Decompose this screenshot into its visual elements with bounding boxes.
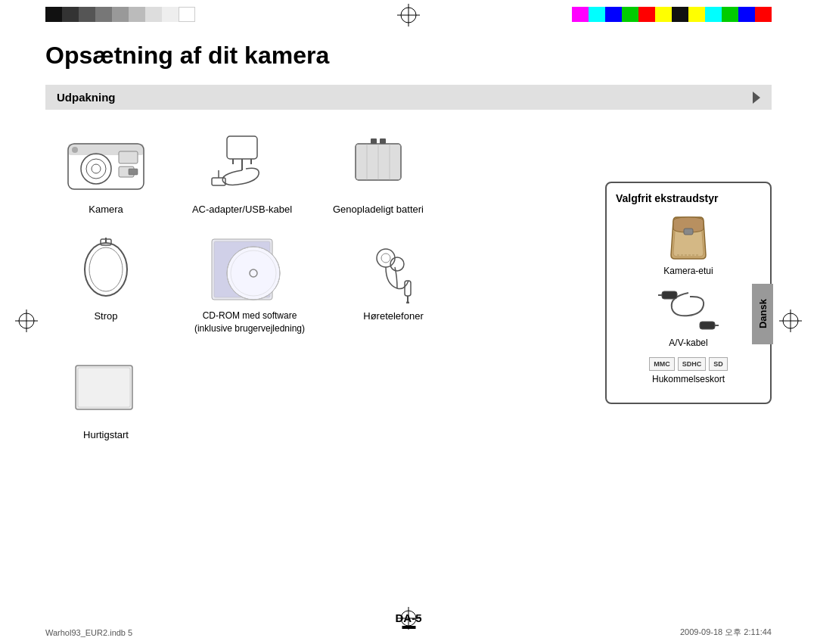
ac-adapter-label: AC-adapter/USB-kabel bbox=[192, 203, 292, 216]
color-block bbox=[638, 7, 655, 22]
footer: Warhol93_EUR2.indb 5 2009-09-18 오후 2:11:… bbox=[45, 627, 772, 638]
page-number: DA-5 bbox=[395, 611, 421, 624]
color-block bbox=[145, 7, 162, 22]
color-block bbox=[738, 7, 755, 22]
items-row-2: Strop bbox=[45, 235, 522, 335]
items-grid: Kamera bbox=[45, 129, 522, 442]
lang-tab: Dansk bbox=[752, 284, 773, 344]
camera-image bbox=[61, 129, 151, 197]
color-block bbox=[655, 7, 672, 22]
svg-point-14 bbox=[81, 154, 111, 184]
svg-rect-20 bbox=[129, 169, 138, 175]
item-strap: Strop bbox=[45, 235, 166, 323]
svg-rect-17 bbox=[119, 151, 138, 163]
strap-image bbox=[61, 235, 151, 303]
section-header: Udpakning bbox=[45, 85, 772, 110]
cdrom-label: CD-ROM med software(inklusive brugervejl… bbox=[194, 310, 305, 335]
item-battery: Genopladeligt batteri bbox=[318, 129, 439, 216]
accessory-memory: MMC SDHC SD Hukommelseskort bbox=[616, 357, 761, 384]
reg-mark-right bbox=[779, 310, 802, 335]
color-block bbox=[129, 7, 145, 22]
case-image bbox=[658, 213, 719, 263]
svg-point-49 bbox=[406, 301, 409, 303]
memory-cards-icons: MMC SDHC SD bbox=[649, 357, 728, 371]
footer-left: Warhol93_EUR2.indb 5 bbox=[45, 628, 132, 637]
strap-label: Strop bbox=[94, 310, 117, 323]
accessory-av-cable: A/V-kabel bbox=[616, 285, 761, 348]
item-cdrom: CD-ROM med software(inklusive brugervejl… bbox=[182, 235, 318, 335]
lang-label: Dansk bbox=[757, 299, 769, 328]
color-block bbox=[672, 7, 688, 22]
case-label: Kamera-etui bbox=[663, 266, 713, 276]
color-block bbox=[79, 7, 95, 22]
cdrom-image bbox=[197, 235, 303, 303]
mmc-card: MMC bbox=[649, 357, 675, 371]
svg-rect-33 bbox=[380, 138, 386, 144]
top-bar bbox=[0, 0, 817, 29]
battery-label: Genopladeligt batteri bbox=[333, 203, 424, 216]
svg-point-19 bbox=[72, 147, 78, 153]
svg-rect-52 bbox=[684, 229, 693, 235]
content-area: Kamera bbox=[45, 129, 772, 442]
sdhc-card: SDHC bbox=[678, 357, 707, 371]
svg-point-35 bbox=[89, 247, 123, 291]
color-block bbox=[705, 7, 722, 22]
color-block bbox=[622, 7, 638, 22]
color-block bbox=[605, 7, 622, 22]
svg-rect-53 bbox=[662, 291, 677, 299]
color-block bbox=[112, 7, 129, 22]
headphones-label: Høretelefoner bbox=[363, 310, 423, 323]
svg-rect-55 bbox=[700, 322, 715, 329]
headphones-image bbox=[348, 235, 439, 303]
footer-right: 2009-09-18 오후 2:11:44 bbox=[680, 627, 772, 638]
battery-image bbox=[333, 129, 424, 197]
items-row-3: Hurtigstart bbox=[45, 354, 522, 442]
ac-adapter-image bbox=[197, 129, 287, 197]
section-header-title: Udpakning bbox=[57, 91, 116, 104]
color-block bbox=[45, 7, 62, 22]
color-block bbox=[95, 7, 112, 22]
section-arrow-icon bbox=[753, 92, 760, 104]
svg-rect-32 bbox=[371, 138, 377, 144]
av-cable-image bbox=[658, 285, 719, 334]
reg-mark-top-center bbox=[397, 4, 420, 30]
svg-rect-51 bbox=[78, 368, 130, 407]
color-block bbox=[62, 7, 79, 22]
item-headphones: Høretelefoner bbox=[333, 235, 454, 323]
svg-point-44 bbox=[377, 249, 395, 267]
svg-point-45 bbox=[381, 254, 390, 263]
color-strip-left bbox=[45, 7, 195, 22]
svg-point-34 bbox=[85, 243, 127, 296]
sd-card: SD bbox=[709, 357, 728, 371]
item-quickstart: Hurtigstart bbox=[45, 354, 166, 442]
item-camera: Kamera bbox=[45, 129, 166, 216]
color-block bbox=[162, 7, 179, 22]
color-block bbox=[572, 7, 589, 22]
reg-mark-left bbox=[15, 310, 38, 335]
camera-label: Kamera bbox=[89, 203, 123, 216]
accessory-case: Kamera-etui bbox=[616, 213, 761, 276]
color-block bbox=[722, 7, 738, 22]
main-content: Opsætning af dit kamera Udpakning bbox=[45, 42, 772, 621]
svg-point-16 bbox=[92, 164, 101, 173]
color-block bbox=[688, 7, 705, 22]
quickstart-label: Hurtigstart bbox=[83, 428, 129, 442]
color-block bbox=[755, 7, 772, 22]
color-block bbox=[179, 7, 195, 22]
accessories-box: Valgfrit ekstraudstyr bbox=[605, 182, 772, 404]
memory-label: Hukommelseskort bbox=[652, 374, 725, 384]
quickstart-image bbox=[61, 354, 151, 422]
items-row-1: Kamera bbox=[45, 129, 522, 216]
item-ac-adapter: AC-adapter/USB-kabel bbox=[182, 129, 303, 216]
color-strip-right bbox=[572, 7, 772, 22]
page-title: Opsætning af dit kamera bbox=[45, 42, 772, 70]
accessories-title: Valgfrit ekstraudstyr bbox=[616, 192, 761, 204]
color-block bbox=[589, 7, 605, 22]
svg-point-15 bbox=[86, 159, 106, 179]
av-cable-label: A/V-kabel bbox=[669, 338, 707, 348]
svg-rect-21 bbox=[227, 136, 257, 159]
